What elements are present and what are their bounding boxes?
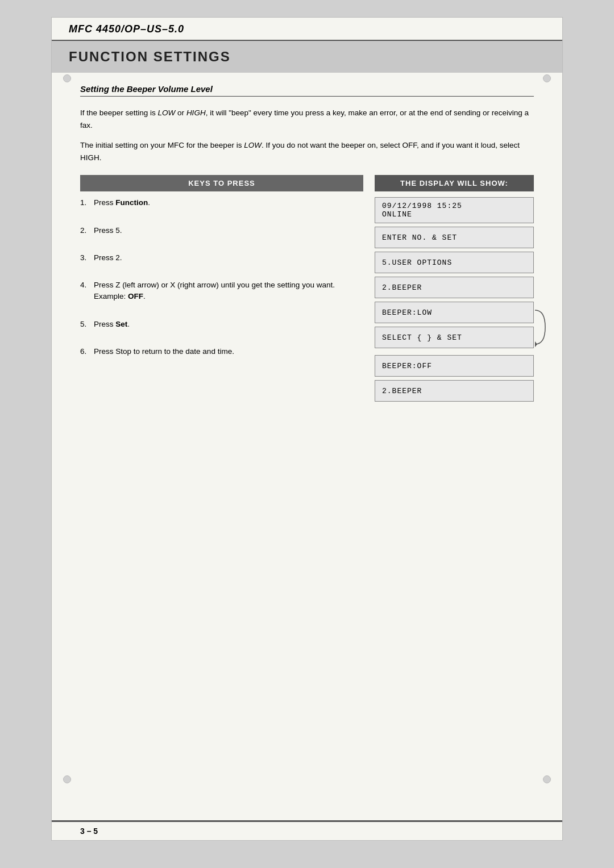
page: MFC 4450/OP–US–5.0 FUNCTION SETTINGS Set…: [51, 17, 563, 841]
step-3: 3. Press 2.: [80, 252, 363, 264]
body-paragraph-1: If the beeper setting is LOW or HIGH, it…: [80, 107, 534, 131]
lcd-5-line-1: BEEPER:LOW: [382, 308, 526, 317]
page-header: MFC 4450/OP–US–5.0: [52, 18, 562, 41]
section-title: FUNCTION SETTINGS: [69, 49, 545, 65]
keys-column-header: KEYS TO PRESS: [80, 175, 363, 191]
section-heading-bar: FUNCTION SETTINGS: [52, 41, 562, 73]
step-5-number: 5.: [80, 319, 94, 330]
lcd-screens-list: 09/12/1998 15:25 ONLINE ENTER NO. & SET …: [375, 191, 534, 405]
body-paragraph-2: The initial setting on your MFC for the …: [80, 139, 534, 164]
lcd-6-line-1: SELECT { } & SET: [382, 333, 526, 342]
step-1-number: 1.: [80, 197, 94, 208]
display-column-header: THE DISPLAY WILL SHOW:: [375, 175, 534, 191]
step-1-text: Press Function.: [94, 197, 363, 208]
steps-list: 1. Press Function. 2. Press 5. 3. Press …: [80, 191, 363, 357]
lcd-screen-1: 09/12/1998 15:25 ONLINE: [375, 197, 534, 223]
step-4-number: 4.: [80, 279, 94, 291]
step-6-text: Press Stop to return to the date and tim…: [94, 346, 363, 357]
lcd-screen-3: 5.USER OPTIONS: [375, 252, 534, 273]
step-6-number: 6.: [80, 346, 94, 357]
hole-punch-left-top: [63, 74, 71, 82]
subsection-title: Setting the Beeper Volume Level: [80, 84, 534, 97]
step-4-text: Press Z (left arrow) or X (right arrow) …: [94, 279, 363, 303]
hole-punch-right-bottom: [543, 775, 551, 783]
keys-column: KEYS TO PRESS 1. Press Function. 2. Pres…: [80, 175, 375, 373]
step-2: 2. Press 5.: [80, 225, 363, 236]
lcd-group-beeper-low: BEEPER:LOW SELECT { } & SET: [375, 302, 534, 352]
step-5: 5. Press Set.: [80, 319, 363, 330]
lcd-4-line-1: 2.BEEPER: [382, 283, 526, 292]
step-5-text: Press Set.: [94, 319, 363, 330]
hole-punch-left-bottom: [63, 775, 71, 783]
step-2-number: 2.: [80, 225, 94, 236]
main-content: Setting the Beeper Volume Level If the b…: [52, 73, 562, 428]
step-2-text: Press 5.: [94, 225, 363, 236]
lcd-screen-4: 2.BEEPER: [375, 277, 534, 298]
hole-punch-right-top: [543, 74, 551, 82]
lcd-screen-6: SELECT { } & SET: [375, 327, 534, 348]
svg-marker-0: [535, 341, 537, 347]
lcd-screen-8: 2.BEEPER: [375, 380, 534, 402]
instruction-table: KEYS TO PRESS 1. Press Function. 2. Pres…: [80, 175, 534, 405]
step-3-text: Press 2.: [94, 252, 363, 264]
step-1: 1. Press Function.: [80, 197, 363, 208]
step-3-number: 3.: [80, 252, 94, 264]
lcd-3-line-1: 5.USER OPTIONS: [382, 258, 526, 267]
display-column: THE DISPLAY WILL SHOW: 09/12/1998 15:25 …: [375, 175, 534, 405]
lcd-8-line-1: 2.BEEPER: [382, 387, 526, 395]
lcd-7-line-1: BEEPER:OFF: [382, 362, 526, 370]
lcd-1-line-1: 09/12/1998 15:25: [382, 202, 526, 210]
step-6: 6. Press Stop to return to the date and …: [80, 346, 363, 357]
lcd-2-line-1: ENTER NO. & SET: [382, 233, 526, 242]
curved-arrow-icon: [534, 307, 546, 347]
page-footer: 3 – 5: [52, 820, 562, 840]
lcd-screen-5: BEEPER:LOW: [375, 302, 534, 323]
lcd-screen-7: BEEPER:OFF: [375, 355, 534, 377]
page-number: 3 – 5: [80, 827, 98, 836]
step-4: 4. Press Z (left arrow) or X (right arro…: [80, 279, 363, 303]
lcd-1-line-2: ONLINE: [382, 210, 526, 219]
lcd-screen-2: ENTER NO. & SET: [375, 227, 534, 248]
doc-title: MFC 4450/OP–US–5.0: [69, 23, 184, 35]
